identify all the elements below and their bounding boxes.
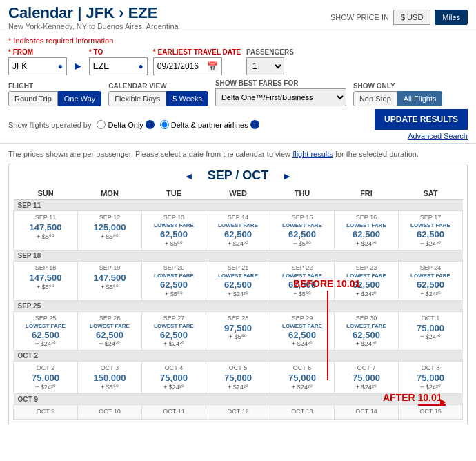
show-flights-label: Show flights operated by [8, 121, 91, 129]
miles-button[interactable]: Miles [435, 10, 468, 25]
fare-sub: + $5⁶⁰ [208, 333, 268, 340]
fare-sub: + $5⁶⁰ [79, 384, 140, 391]
table-row[interactable]: SEP 29LOWEST FARE62,500+ $24²⁰ [270, 311, 335, 351]
all-flights-button[interactable]: All Flights [397, 91, 443, 106]
table-row[interactable]: SEP 16LOWEST FARE62,500+ $24²⁰ [335, 211, 399, 251]
fare-tag: LOWEST FARE [143, 222, 204, 228]
fare-value: 62,500 [400, 279, 461, 291]
date-label: OCT 2 [15, 364, 76, 371]
advanced-search-link[interactable]: Advanced Search [408, 132, 468, 140]
date-label: OCT 6 [272, 364, 333, 371]
table-row[interactable]: OCT 575,000+ $24²⁰ [206, 362, 270, 394]
date-input-wrap: 📅 [153, 57, 222, 75]
table-row[interactable]: OCT 775,000+ $24²⁰ [335, 362, 399, 394]
table-row[interactable]: OCT 675,000+ $24²⁰ [270, 362, 335, 394]
date-label: SEP 13 [143, 214, 204, 221]
table-row[interactable]: SEP 20LOWEST FARE62,500+ $5⁶⁰ [142, 261, 206, 300]
table-row[interactable]: OCT 875,000+ $24²⁰ [399, 362, 463, 394]
table-row[interactable]: SEP 19147,500+ $5⁶⁰ [78, 261, 142, 300]
date-label: SEP 27 [143, 315, 204, 322]
from-input[interactable] [12, 61, 58, 71]
fare-sub: + $24²⁰ [400, 384, 461, 391]
oneway-button[interactable]: One Way [58, 91, 101, 106]
week-header-cell: OCT 9 [14, 393, 463, 404]
fare-sub: + $24²⁰ [336, 240, 397, 247]
passengers-select[interactable]: 1234 [246, 57, 284, 75]
best-fares-label: SHOW BEST FARES FOR [215, 79, 346, 87]
table-row[interactable]: SEP 25LOWEST FARE62,500+ $24²⁰ [14, 311, 78, 351]
date-label: SEP 20 [143, 264, 204, 271]
usd-button[interactable]: $ USD [393, 10, 430, 25]
update-results-button[interactable]: UPDATE RESULTS [375, 109, 468, 130]
fare-value: 147,500 [79, 273, 140, 284]
table-row[interactable]: SEP 18147,500+ $5⁶⁰ [14, 261, 78, 300]
best-fares-select[interactable]: Delta One™/First/Business Economy [215, 88, 346, 106]
date-label: SEP 26 [79, 315, 140, 322]
roundtrip-button[interactable]: Round Trip [8, 91, 58, 106]
page-title: Calendar | JFK › EZE [8, 4, 179, 22]
fare-sub: + $5⁶⁰ [272, 291, 333, 297]
date-label: SEP 22 [272, 264, 333, 271]
fare-tag: LOWEST FARE [336, 273, 397, 279]
header-main: Calendar | JFK › EZE New York-Kennedy, N… [0, 0, 476, 32]
calendar-icon[interactable]: 📅 [207, 61, 218, 72]
to-label: * TO [89, 48, 148, 56]
table-row[interactable]: SEP 12125,000+ $5⁶⁰ [78, 211, 142, 251]
fare-sub: + $24²⁰ [400, 240, 461, 247]
date-group: * EARLIEST TRAVEL DATE 📅 [153, 48, 241, 75]
date-label: OCT 13 [272, 408, 333, 415]
table-row[interactable]: SEP 2897,500+ $5⁶⁰ [206, 311, 270, 351]
col-sat: SAT [399, 187, 463, 200]
table-row[interactable]: SEP 14LOWEST FARE62,500+ $24²⁰ [206, 211, 270, 251]
table-row[interactable]: SEP 24LOWEST FARE62,500+ $24²⁰ [399, 261, 463, 300]
non-stop-button[interactable]: Non Stop [353, 91, 397, 106]
fare-sub: + $24²⁰ [208, 291, 268, 297]
prev-month-button[interactable]: ◄ [184, 170, 194, 182]
fare-sub: + $5⁶⁰ [15, 233, 76, 240]
delta-partner-text: Delta & partner airlines [171, 121, 248, 129]
fare-sub: + $5⁶⁰ [143, 291, 204, 297]
delta-partner-radio[interactable] [160, 120, 169, 129]
calendar-week-row: SEP 25LOWEST FARE62,500+ $24²⁰SEP 26LOWE… [14, 311, 463, 351]
date-label: SEP 18 [15, 264, 76, 271]
date-label: OCT 11 [143, 408, 204, 415]
from-icon: ● [58, 61, 63, 71]
delta-partner-radio-label[interactable]: Delta & partner airlines i [160, 120, 259, 129]
table-row[interactable]: SEP 13LOWEST FARE62,500+ $5⁶⁰ [142, 211, 206, 251]
table-row[interactable]: OCT 175,000+ $24²⁰ [399, 311, 463, 351]
flexible-days-button[interactable]: Flexible Days [108, 91, 166, 106]
flight-label: FLIGHT [8, 82, 101, 90]
table-row[interactable]: OCT 475,000+ $24²⁰ [142, 362, 206, 394]
calendar-section: BEFORE 10.01 AFTER 10.01 The prices show… [0, 144, 476, 430]
to-group: * TO ● [89, 48, 148, 75]
next-month-button[interactable]: ► [282, 170, 292, 182]
date-label: SEP 15 [272, 214, 333, 221]
table-row[interactable]: SEP 27LOWEST FARE62,500+ $24²⁰ [142, 311, 206, 351]
fare-sub: + $5⁶⁰ [272, 240, 333, 247]
calendar-week-row: SEP 11147,500+ $5⁶⁰SEP 12125,000+ $5⁶⁰SE… [14, 211, 463, 251]
from-group: * FROM ● [8, 48, 67, 75]
table-row[interactable]: SEP 11147,500+ $5⁶⁰ [14, 211, 78, 251]
delta-only-radio-label[interactable]: Delta Only i [97, 120, 154, 129]
table-row[interactable]: SEP 26LOWEST FARE62,500+ $24²⁰ [78, 311, 142, 351]
best-fares-group: SHOW BEST FARES FOR Delta One™/First/Bus… [215, 79, 346, 106]
date-input[interactable] [157, 61, 207, 71]
table-row[interactable]: SEP 17LOWEST FARE62,500+ $24²⁰ [399, 211, 463, 251]
table-row[interactable]: SEP 15LOWEST FARE62,500+ $5⁶⁰ [270, 211, 335, 251]
table-row[interactable]: SEP 23LOWEST FARE62,500+ $24²⁰ [335, 261, 399, 300]
table-row[interactable]: SEP 21LOWEST FARE62,500+ $24²⁰ [206, 261, 270, 300]
5weeks-button[interactable]: 5 Weeks [166, 91, 208, 106]
table-row[interactable]: OCT 3150,000+ $5⁶⁰ [78, 362, 142, 394]
delta-only-radio[interactable] [97, 120, 106, 129]
to-input[interactable] [93, 61, 139, 71]
table-row[interactable]: SEP 22LOWEST FARE62,500+ $5⁶⁰ [270, 261, 335, 300]
flight-btn-group: Round Trip One Way [8, 91, 101, 106]
col-fri: FRI [335, 187, 399, 200]
table-row[interactable]: SEP 30LOWEST FARE62,500+ $24²⁰ [335, 311, 399, 351]
passengers-label: PASSENGERS [246, 48, 294, 56]
from-input-wrap: ● [8, 57, 67, 75]
table-row[interactable]: OCT 275,000+ $24²⁰ [14, 362, 78, 394]
fare-sub: + $24²⁰ [208, 240, 268, 247]
fare-sub: + $24²⁰ [272, 340, 333, 347]
fare-sub: + $24²⁰ [143, 340, 204, 347]
